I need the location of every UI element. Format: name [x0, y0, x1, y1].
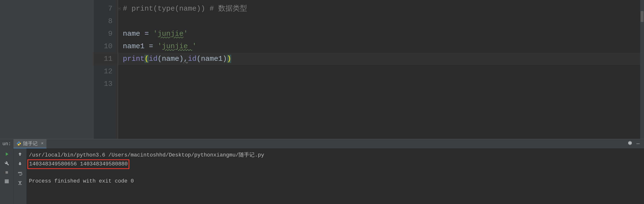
- code-token: =: [149, 42, 158, 50]
- code-token: #: [123, 5, 132, 13]
- code-token: name1: [123, 42, 149, 50]
- run-header-actions: —: [627, 140, 644, 147]
- code-token: (: [196, 55, 201, 63]
- layout-icon[interactable]: [3, 178, 10, 185]
- fold-marker-icon[interactable]: [117, 7, 121, 11]
- rerun-icon[interactable]: [3, 151, 10, 157]
- code-token: ): [227, 55, 231, 63]
- project-panel[interactable]: [0, 0, 94, 139]
- console-cmd: /usr/local/bin/python3.6 /Users/macintos…: [29, 151, 642, 159]
- run-tab[interactable]: 随手记 ×: [14, 139, 46, 148]
- python-icon: [16, 141, 21, 146]
- console-output[interactable]: /usr/local/bin/python3.6 /Users/macintos…: [26, 148, 644, 204]
- code-line[interactable]: [123, 65, 644, 78]
- line-number[interactable]: 11: [94, 53, 118, 65]
- code-token: ': [184, 30, 188, 38]
- svg-rect-2: [6, 171, 8, 174]
- editor-area: 78910111213 # print(type(name)) # 数据类型na…: [0, 0, 644, 139]
- line-number[interactable]: 10: [94, 40, 118, 53]
- code-token: name: [162, 55, 179, 63]
- scroll-thumb[interactable]: [641, 11, 644, 22]
- code-token: (: [158, 55, 162, 63]
- code-token: ,: [184, 55, 188, 63]
- gear-icon[interactable]: [627, 140, 632, 147]
- run-body: /usr/local/bin/python3.6 /Users/macintos…: [0, 148, 644, 204]
- code-token: print(type(name)) # 数据类型: [132, 5, 247, 13]
- code-token: ': [192, 42, 196, 50]
- line-number[interactable]: 12: [94, 65, 118, 78]
- code-line[interactable]: name1 = 'junjie ': [123, 40, 644, 53]
- code-token: =: [144, 30, 153, 38]
- code-token: name1: [201, 55, 222, 63]
- up-arrow-icon[interactable]: [16, 151, 23, 157]
- code-token: name: [123, 30, 144, 38]
- soft-wrap-icon[interactable]: [16, 170, 23, 177]
- console-blank: [29, 169, 642, 177]
- scroll-to-end-icon[interactable]: [16, 180, 23, 186]
- code-line[interactable]: [123, 15, 644, 28]
- line-number[interactable]: 9: [94, 28, 118, 40]
- code-token: ': [158, 42, 162, 50]
- code-token: ': [153, 30, 158, 38]
- code-token: ): [179, 55, 184, 63]
- highlighted-output: 140348349580656 140348349580880: [28, 159, 129, 169]
- wrench-icon[interactable]: [3, 160, 10, 167]
- code-content[interactable]: # print(type(name)) # 数据类型name = 'junjie…: [118, 0, 644, 139]
- hide-icon[interactable]: —: [636, 141, 640, 147]
- run-label: un:: [0, 141, 14, 147]
- code-line[interactable]: name = 'junjie': [123, 28, 644, 40]
- code-line[interactable]: # print(type(name)) # 数据类型: [123, 3, 644, 15]
- editor-scrollbar[interactable]: [640, 0, 644, 139]
- run-tab-label: 随手记: [23, 140, 38, 147]
- run-toolbar-left: [0, 148, 13, 204]
- code-token: id: [149, 55, 158, 63]
- console-output-line: 140348349580656 140348349580880: [29, 159, 642, 169]
- line-number[interactable]: 13: [94, 78, 118, 90]
- run-toolbar-nav: [13, 148, 26, 204]
- code-line[interactable]: print(id(name),id(name1)): [118, 53, 644, 65]
- code-line[interactable]: [123, 78, 644, 90]
- stop-icon[interactable]: [3, 169, 10, 176]
- code-editor[interactable]: 78910111213 # print(type(name)) # 数据类型na…: [94, 0, 644, 139]
- code-token: id: [188, 55, 196, 63]
- line-number[interactable]: 8: [94, 15, 118, 28]
- line-number[interactable]: 7: [94, 3, 118, 15]
- run-header: un: 随手记 × —: [0, 139, 644, 148]
- code-token: (: [144, 55, 149, 63]
- console-finished: Process finished with exit code 0: [29, 177, 642, 185]
- close-icon[interactable]: ×: [41, 141, 44, 146]
- code-token: junjie: [158, 30, 184, 38]
- code-token: junjie: [162, 42, 192, 50]
- run-tool-window: un: 随手记 × —: [0, 139, 644, 204]
- down-arrow-icon[interactable]: [16, 160, 23, 167]
- code-token: ): [222, 55, 227, 63]
- gutter: 78910111213: [94, 0, 118, 139]
- code-token: print: [123, 55, 144, 63]
